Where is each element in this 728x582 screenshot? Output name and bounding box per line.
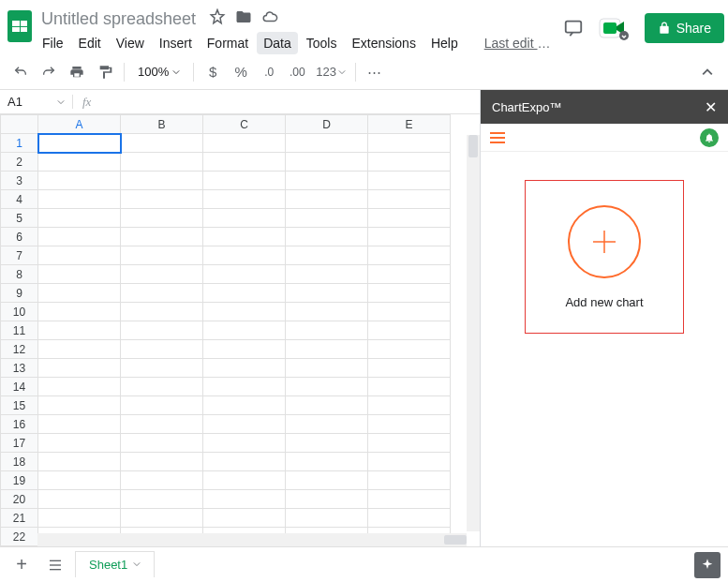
- cell[interactable]: [203, 246, 286, 265]
- cell[interactable]: [38, 246, 121, 265]
- cell[interactable]: [38, 396, 121, 415]
- cell[interactable]: [38, 209, 121, 228]
- cell[interactable]: [368, 509, 451, 528]
- undo-button[interactable]: [7, 59, 34, 85]
- row-header[interactable]: 1: [1, 134, 38, 153]
- cell[interactable]: [286, 453, 368, 471]
- row-header[interactable]: 15: [1, 396, 38, 415]
- cell[interactable]: [286, 359, 368, 378]
- menu-file[interactable]: File: [36, 32, 70, 54]
- number-format-button[interactable]: 123: [312, 59, 349, 85]
- redo-button[interactable]: [36, 59, 62, 85]
- cell[interactable]: [121, 284, 203, 303]
- cell[interactable]: [286, 378, 368, 396]
- name-box[interactable]: A1: [0, 95, 73, 109]
- cell[interactable]: [203, 509, 286, 528]
- cell[interactable]: [368, 265, 451, 284]
- column-header[interactable]: C: [203, 115, 286, 134]
- cell[interactable]: [368, 284, 451, 303]
- cell[interactable]: [121, 340, 203, 359]
- menu-view[interactable]: View: [110, 32, 151, 54]
- cell[interactable]: [121, 265, 203, 284]
- row-header[interactable]: 2: [1, 153, 38, 172]
- cell[interactable]: [286, 303, 368, 321]
- grid-scroll[interactable]: ABCDE12345678910111213141516171819202122: [0, 114, 480, 546]
- cell[interactable]: [286, 265, 368, 284]
- cell[interactable]: [203, 303, 286, 321]
- menu-tools[interactable]: Tools: [300, 32, 344, 54]
- cell[interactable]: [203, 453, 286, 471]
- cell[interactable]: [121, 396, 203, 415]
- cell[interactable]: [203, 134, 286, 153]
- cell[interactable]: [368, 471, 451, 490]
- row-header[interactable]: 9: [1, 284, 38, 303]
- more-tools-button[interactable]: ⋯: [362, 59, 388, 85]
- cell[interactable]: [368, 209, 451, 228]
- row-header[interactable]: 13: [1, 359, 38, 378]
- cell[interactable]: [121, 321, 203, 340]
- cell[interactable]: [286, 471, 368, 490]
- meet-icon[interactable]: [598, 15, 631, 41]
- cell[interactable]: [38, 321, 121, 340]
- increase-decimal-button[interactable]: .00: [284, 59, 310, 85]
- cell[interactable]: [286, 209, 368, 228]
- cell[interactable]: [38, 228, 121, 246]
- cell[interactable]: [368, 490, 451, 509]
- cell[interactable]: [121, 415, 203, 434]
- cell[interactable]: [38, 471, 121, 490]
- cell[interactable]: [121, 434, 203, 453]
- cell[interactable]: [286, 434, 368, 453]
- menu-help[interactable]: Help: [424, 32, 465, 54]
- cell[interactable]: [203, 321, 286, 340]
- cell[interactable]: [203, 228, 286, 246]
- cell[interactable]: [121, 134, 203, 153]
- cell[interactable]: [286, 153, 368, 172]
- row-header[interactable]: 14: [1, 378, 38, 396]
- cell[interactable]: [203, 471, 286, 490]
- menu-data[interactable]: Data: [257, 32, 298, 54]
- cell[interactable]: [121, 490, 203, 509]
- cell[interactable]: [368, 415, 451, 434]
- row-header[interactable]: 17: [1, 434, 38, 453]
- cell[interactable]: [38, 453, 121, 471]
- cell[interactable]: [368, 190, 451, 209]
- row-header[interactable]: 20: [1, 490, 38, 509]
- hamburger-icon[interactable]: [490, 132, 505, 143]
- star-icon[interactable]: [209, 8, 226, 29]
- move-icon[interactable]: [235, 8, 252, 29]
- cell[interactable]: [286, 340, 368, 359]
- column-header[interactable]: A: [38, 115, 121, 134]
- last-edit-link[interactable]: Last edit wa...: [478, 32, 562, 54]
- row-header[interactable]: 7: [1, 246, 38, 265]
- cell[interactable]: [121, 190, 203, 209]
- cell[interactable]: [38, 509, 121, 528]
- cell[interactable]: [38, 265, 121, 284]
- app-logo[interactable]: [7, 7, 32, 45]
- cell[interactable]: [203, 490, 286, 509]
- row-header[interactable]: 19: [1, 471, 38, 490]
- cell[interactable]: [286, 321, 368, 340]
- cell[interactable]: [286, 190, 368, 209]
- menu-format[interactable]: Format: [201, 32, 255, 54]
- row-header[interactable]: 8: [1, 265, 38, 284]
- cell[interactable]: [38, 153, 121, 172]
- cell[interactable]: [203, 359, 286, 378]
- cell[interactable]: [368, 396, 451, 415]
- cell[interactable]: [121, 471, 203, 490]
- percent-button[interactable]: %: [228, 59, 254, 85]
- cell[interactable]: [121, 303, 203, 321]
- row-header[interactable]: 5: [1, 209, 38, 228]
- column-header[interactable]: D: [286, 115, 368, 134]
- add-new-chart-card[interactable]: Add new chart: [525, 180, 684, 334]
- cell[interactable]: [368, 378, 451, 396]
- cell[interactable]: [368, 453, 451, 471]
- cell[interactable]: [286, 172, 368, 190]
- cell[interactable]: [38, 490, 121, 509]
- cell[interactable]: [203, 434, 286, 453]
- cell[interactable]: [38, 340, 121, 359]
- cell[interactable]: [203, 340, 286, 359]
- zoom-selector[interactable]: 100%: [130, 65, 187, 79]
- add-sheet-button[interactable]: +: [7, 552, 36, 578]
- explore-button[interactable]: [694, 552, 721, 578]
- cell[interactable]: [121, 359, 203, 378]
